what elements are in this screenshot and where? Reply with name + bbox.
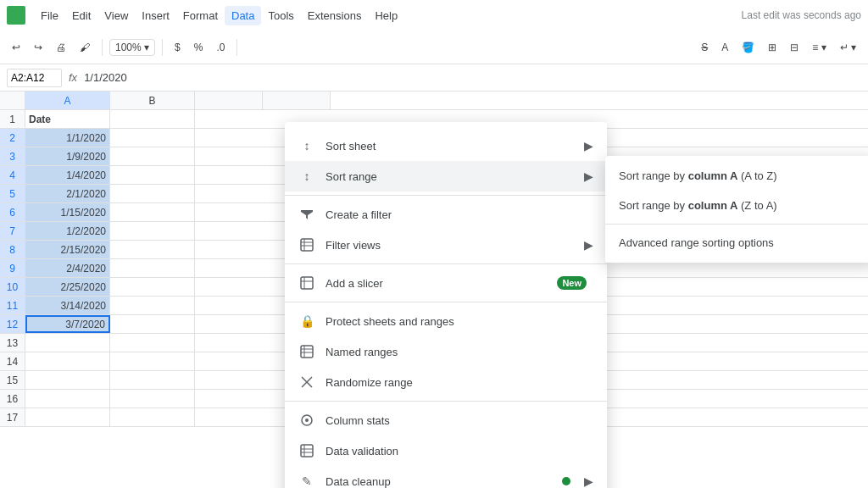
cell-a7[interactable]: 1/2/2020 bbox=[25, 222, 110, 240]
cell-a14[interactable] bbox=[25, 352, 110, 370]
cell-a15[interactable] bbox=[25, 371, 110, 389]
cell-b12[interactable] bbox=[110, 315, 195, 333]
cell-a13[interactable] bbox=[25, 334, 110, 352]
cell-reference[interactable]: A2:A12 bbox=[7, 69, 62, 87]
row-num-5: 5 bbox=[0, 185, 25, 202]
cell-b7[interactable] bbox=[110, 222, 195, 240]
data-cleanup-label: Data cleanup bbox=[326, 475, 562, 488]
cell-b4[interactable] bbox=[110, 166, 195, 184]
sort-a-z-item[interactable]: Sort range by column A (A to Z) bbox=[605, 161, 868, 191]
column-stats-item[interactable]: Column stats bbox=[285, 405, 607, 435]
sort-sheet-item[interactable]: ↕ Sort sheet ▶ bbox=[285, 130, 607, 161]
menu-file[interactable]: File bbox=[34, 6, 65, 25]
percent-button[interactable]: % bbox=[189, 38, 209, 57]
create-filter-icon bbox=[298, 206, 315, 223]
borders-button[interactable]: ⊞ bbox=[763, 38, 782, 57]
toolbar-divider-3 bbox=[236, 39, 237, 56]
sort-z-a-suffix: (Z to A) bbox=[737, 199, 776, 212]
text-color-button[interactable]: A bbox=[716, 38, 733, 57]
cell-b5[interactable] bbox=[110, 185, 195, 202]
paint-format-button[interactable]: 🖌 bbox=[75, 38, 95, 57]
row-num-16: 16 bbox=[0, 390, 25, 408]
menu-view[interactable]: View bbox=[97, 6, 135, 25]
cell-a3[interactable]: 1/9/2020 bbox=[25, 147, 110, 165]
menu-insert[interactable]: Insert bbox=[135, 6, 176, 25]
cell-b10[interactable] bbox=[110, 278, 195, 296]
data-cleanup-icon: ✎ bbox=[298, 473, 315, 488]
cell-a8[interactable]: 2/15/2020 bbox=[25, 241, 110, 258]
add-slicer-item[interactable]: Add a slicer New bbox=[285, 268, 607, 298]
strikethrough-button[interactable]: S bbox=[696, 38, 713, 57]
new-badge: New bbox=[557, 276, 587, 290]
cell-b9[interactable] bbox=[110, 259, 195, 277]
col-header-d[interactable] bbox=[263, 92, 331, 109]
merge-button[interactable]: ⊟ bbox=[785, 38, 804, 57]
cell-a5[interactable]: 2/1/2020 bbox=[25, 185, 110, 202]
cell-b2[interactable] bbox=[110, 129, 195, 147]
cell-b8[interactable] bbox=[110, 241, 195, 258]
cell-b15[interactable] bbox=[110, 371, 195, 389]
menu-bar: File Edit View Insert Format Data Tools … bbox=[0, 0, 868, 30]
cell-a2[interactable]: 1/1/2020 bbox=[25, 129, 110, 147]
sort-a-z-suffix: (A to Z) bbox=[737, 169, 776, 182]
menu-data[interactable]: Data bbox=[225, 6, 261, 25]
cell-a17[interactable] bbox=[25, 408, 110, 426]
menu-section-sort: ↕ Sort sheet ▶ ↕ Sort range ▶ bbox=[285, 127, 607, 196]
data-validation-item[interactable]: Data validation bbox=[285, 435, 607, 466]
col-header-b[interactable]: B bbox=[110, 92, 195, 109]
cell-b17[interactable] bbox=[110, 408, 195, 426]
protect-sheets-label: Protect sheets and ranges bbox=[326, 315, 593, 328]
cell-b6[interactable] bbox=[110, 203, 195, 221]
align-button[interactable]: ≡ ▾ bbox=[807, 38, 831, 57]
named-ranges-item[interactable]: Named ranges bbox=[285, 336, 607, 367]
cell-b11[interactable] bbox=[110, 297, 195, 314]
protect-sheets-item[interactable]: 🔒 Protect sheets and ranges bbox=[285, 306, 607, 336]
cell-a9[interactable]: 2/4/2020 bbox=[25, 259, 110, 277]
advanced-sorting-item[interactable]: Advanced range sorting options bbox=[605, 228, 868, 258]
cell-b1[interactable] bbox=[110, 110, 195, 128]
row-num-3: 3 bbox=[0, 147, 25, 165]
cell-a10[interactable]: 2/25/2020 bbox=[25, 278, 110, 296]
wrap-button[interactable]: ↵ ▾ bbox=[835, 38, 861, 57]
column-stats-label: Column stats bbox=[326, 414, 593, 427]
sort-z-a-item[interactable]: Sort range by column A (Z to A) bbox=[605, 191, 868, 220]
menu-section-data-tools: Column stats Data validation ✎ Data clea… bbox=[285, 402, 607, 488]
create-filter-label: Create a filter bbox=[326, 208, 593, 221]
randomize-range-label: Randomize range bbox=[326, 376, 593, 389]
cell-a12[interactable]: 3/7/2020 bbox=[25, 315, 110, 333]
cell-a16[interactable] bbox=[25, 390, 110, 408]
col-header-c[interactable] bbox=[195, 92, 263, 109]
menu-help[interactable]: Help bbox=[368, 6, 404, 25]
cell-a6[interactable]: 1/15/2020 bbox=[25, 203, 110, 221]
sort-sheet-arrow: ▶ bbox=[584, 139, 593, 152]
create-filter-item[interactable]: Create a filter bbox=[285, 199, 607, 230]
randomize-range-item[interactable]: Randomize range bbox=[285, 367, 607, 397]
redo-button[interactable]: ↪ bbox=[29, 38, 47, 57]
sort-range-item[interactable]: ↕ Sort range ▶ bbox=[285, 161, 607, 191]
cell-b3[interactable] bbox=[110, 147, 195, 165]
decimal-button[interactable]: .0 bbox=[211, 38, 230, 57]
cell-b14[interactable] bbox=[110, 352, 195, 370]
fill-color-button[interactable]: 🪣 bbox=[737, 38, 760, 57]
filter-views-label: Filter views bbox=[326, 239, 577, 252]
filter-views-item[interactable]: Filter views ▶ bbox=[285, 230, 607, 260]
protect-icon: 🔒 bbox=[298, 313, 315, 330]
menu-tools[interactable]: Tools bbox=[261, 6, 300, 25]
cell-a11[interactable]: 3/14/2020 bbox=[25, 297, 110, 314]
col-header-a[interactable]: A bbox=[25, 92, 110, 109]
toolbar-divider-2 bbox=[162, 39, 163, 56]
cell-a4[interactable]: 1/4/2020 bbox=[25, 166, 110, 184]
filter-views-icon bbox=[298, 236, 315, 253]
cell-b16[interactable] bbox=[110, 390, 195, 408]
cell-b13[interactable] bbox=[110, 334, 195, 352]
cell-a1[interactable]: Date bbox=[25, 110, 110, 128]
zoom-selector[interactable]: 100% ▾ bbox=[109, 39, 155, 56]
menu-extensions[interactable]: Extensions bbox=[301, 6, 369, 25]
print-button[interactable]: 🖨 bbox=[51, 38, 71, 57]
currency-button[interactable]: $ bbox=[170, 38, 186, 57]
undo-button[interactable]: ↩ bbox=[7, 38, 25, 57]
menu-edit[interactable]: Edit bbox=[65, 6, 97, 25]
formula-bar: A2:A12 fx 1/1/2020 bbox=[0, 64, 868, 92]
menu-format[interactable]: Format bbox=[176, 6, 225, 25]
data-cleanup-item[interactable]: ✎ Data cleanup ▶ bbox=[285, 466, 607, 488]
